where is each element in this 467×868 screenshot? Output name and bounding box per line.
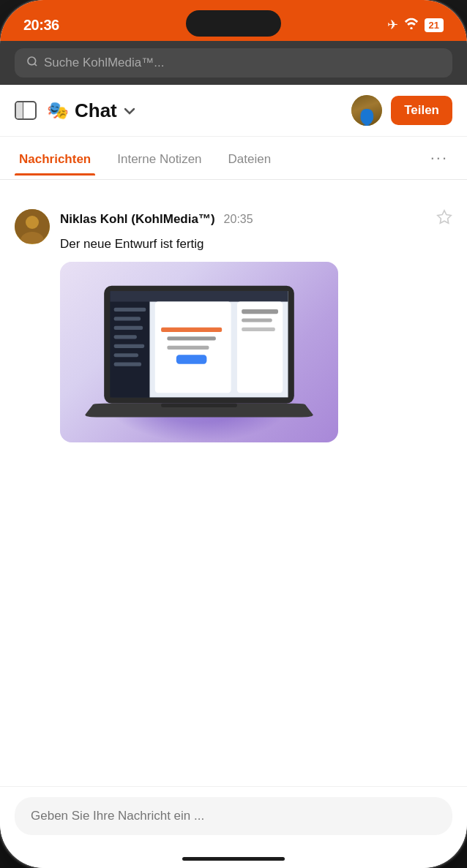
svg-rect-17 [114, 353, 138, 357]
svg-rect-26 [242, 319, 272, 322]
avatar[interactable]: 👤 [351, 95, 382, 126]
svg-rect-11 [110, 291, 288, 302]
avatar-inner: 👤 [351, 95, 382, 126]
message-avatar [15, 209, 50, 244]
laptop-wrapper [85, 274, 313, 429]
tab-nachrichten[interactable]: Nachrichten [15, 140, 95, 176]
svg-rect-28 [161, 404, 237, 407]
svg-point-4 [26, 216, 39, 229]
tabs-more-button[interactable]: ··· [426, 137, 452, 179]
status-time: 20:36 [23, 17, 59, 34]
battery-badge: 21 [425, 18, 444, 32]
svg-rect-18 [114, 363, 141, 366]
sidebar-toggle-icon[interactable] [15, 101, 37, 120]
airplane-icon: ✈ [387, 17, 398, 33]
message-body: Niklas Kohl (KohlMedia™) 20:35 Der neue … [60, 209, 452, 442]
image-preview-inner [60, 262, 338, 442]
svg-rect-21 [161, 328, 222, 332]
message-header: Niklas Kohl (KohlMedia™) 20:35 [60, 209, 452, 230]
svg-rect-25 [242, 309, 278, 314]
message-avatar-person-icon [15, 209, 50, 244]
svg-rect-20 [237, 302, 283, 393]
header-right: 👤 Teilen [351, 95, 452, 126]
phone-screen: 20:36 ✈ 21 [0, 0, 467, 868]
image-preview[interactable] [60, 262, 338, 442]
chat-title: Chat [75, 99, 117, 122]
search-icon [26, 56, 38, 70]
svg-point-0 [410, 27, 412, 29]
svg-rect-24 [176, 355, 207, 364]
wifi-icon [404, 18, 419, 32]
svg-rect-23 [167, 346, 209, 350]
tab-dateien[interactable]: Dateien [224, 140, 276, 176]
status-icons: ✈ 21 [387, 17, 444, 33]
svg-rect-16 [114, 344, 145, 348]
svg-rect-15 [114, 336, 137, 339]
svg-point-1 [28, 57, 36, 65]
tabs-area: Nachrichten Interne Notizen Dateien ··· [0, 137, 467, 180]
svg-rect-22 [167, 337, 215, 341]
dynamic-island [186, 10, 281, 37]
sidebar-left-panel [16, 102, 23, 118]
home-indicator [0, 857, 467, 868]
svg-rect-14 [114, 326, 143, 330]
top-header: 🎭 Chat 👤 Tei [0, 85, 467, 137]
svg-line-2 [34, 64, 37, 66]
chevron-down-icon [124, 103, 135, 118]
input-area [0, 786, 467, 857]
message-time: 20:35 [224, 213, 253, 226]
search-bar-area: Suche KohlMedia™... [0, 41, 467, 85]
sidebar-right-panel [23, 102, 35, 118]
header-left: 🎭 Chat [15, 99, 135, 122]
chat-emoji: 🎭 [47, 100, 69, 121]
home-bar [182, 857, 285, 861]
avatar-person-icon: 👤 [355, 110, 378, 126]
svg-rect-13 [114, 317, 141, 321]
svg-rect-12 [114, 308, 146, 312]
chat-title-group[interactable]: 🎭 Chat [47, 99, 135, 122]
phone-frame: 20:36 ✈ 21 [0, 0, 467, 868]
chat-content: Niklas Kohl (KohlMedia™) 20:35 Der neue … [0, 180, 467, 786]
svg-rect-27 [242, 328, 275, 331]
search-bar[interactable]: Suche KohlMedia™... [15, 48, 452, 78]
svg-marker-6 [438, 211, 451, 223]
message-item: Niklas Kohl (KohlMedia™) 20:35 Der neue … [15, 209, 452, 442]
message-text: Der neue Entwurf ist fertig [60, 235, 452, 253]
search-placeholder: Suche KohlMedia™... [44, 56, 164, 70]
star-icon[interactable] [436, 209, 452, 230]
message-sender: Niklas Kohl (KohlMedia™) [60, 212, 215, 227]
message-input[interactable] [15, 797, 452, 835]
tab-interne-notizen[interactable]: Interne Notizen [113, 140, 206, 176]
share-button[interactable]: Teilen [391, 96, 452, 125]
